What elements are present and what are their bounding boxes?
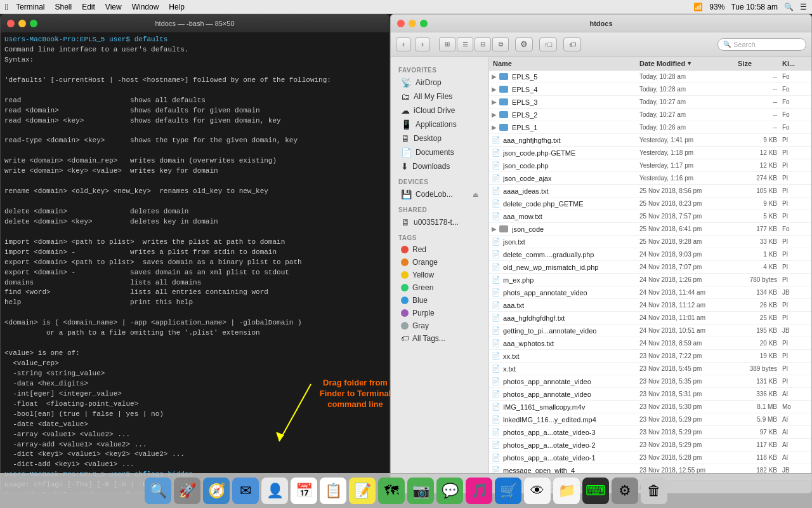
menu-terminal[interactable]: Terminal — [16, 3, 44, 11]
sidebar-tag-orange[interactable]: Orange — [393, 256, 486, 269]
dock-calendar[interactable]: 📅 — [291, 478, 317, 504]
table-row[interactable]: 📄 photos_app_a...otate_video-1 23 Nov 20… — [489, 451, 811, 464]
dock-filezilla[interactable]: 📁 — [553, 478, 580, 504]
sidebar-item-desktop[interactable]: 🖥 Desktop — [393, 131, 486, 145]
table-row[interactable]: 📄 photos_app_annotate_video 23 Nov 2018,… — [489, 375, 811, 388]
search-icon[interactable]: 🔍 — [784, 3, 794, 11]
table-row[interactable]: 📄 phots_app_annotate_video 24 Nov 2018, … — [489, 286, 811, 299]
finder-minimize-button[interactable] — [409, 20, 416, 27]
sidebar-item-shared[interactable]: 🖥 u0035178-t... — [393, 215, 486, 229]
menu-view[interactable]: View — [105, 3, 122, 11]
table-row[interactable]: 📄 photos_app_a...otate_video-3 23 Nov 20… — [489, 426, 811, 439]
sidebar-tag-purple[interactable]: Purple — [393, 307, 486, 319]
column-view-button[interactable]: ⊟ — [475, 37, 491, 51]
table-row[interactable]: 📄 aaa_hgfdhgfdhgf.txt 24 Nov 2018, 11:01… — [489, 312, 811, 324]
sidebar-item-applications[interactable]: 📱 Applications — [393, 117, 486, 131]
cover-flow-button[interactable]: ⧉ — [492, 37, 509, 51]
menu-edit[interactable]: Edit — [82, 3, 95, 11]
sidebar-tag-green[interactable]: Green — [393, 281, 486, 294]
table-row[interactable]: 📄 json_code.php-GETME Yesterday, 1:18 pm… — [489, 147, 811, 159]
dock-terminal[interactable]: ⌨ — [582, 478, 609, 504]
table-row[interactable]: 📄 delete_comm....gradually.php 24 Nov 20… — [489, 248, 811, 261]
sidebar-tag-yellow[interactable]: Yellow — [393, 269, 486, 281]
sidebar-tag-gray[interactable]: Gray — [393, 319, 486, 332]
table-row[interactable]: ▶ EPLS_4 Today, 10:28 am -- Fo — [489, 83, 811, 96]
table-row[interactable]: 📄 photos_app_a...otate_video-2 23 Nov 20… — [489, 439, 811, 451]
table-row[interactable]: ▶ EPLS_2 Today, 10:27 am -- Fo — [489, 109, 811, 121]
table-row[interactable]: 📄 aaa_mow.txt 25 Nov 2018, 7:57 pm 5 KB … — [489, 210, 811, 223]
menu-help[interactable]: Help — [169, 3, 185, 11]
table-row[interactable]: 📄 aaa_wphotos.txt 24 Nov 2018, 8:59 am 2… — [489, 337, 811, 350]
table-row[interactable]: 📄 lnkedIMG_116...y_edited.mp4 23 Nov 201… — [489, 413, 811, 426]
dock-trash[interactable]: 🗑 — [641, 478, 667, 504]
table-row[interactable]: 📄 m_ex.php 24 Nov 2018, 1:26 pm 780 byte… — [489, 274, 811, 286]
sidebar-item-icloud[interactable]: ☁ iCloud Drive — [393, 104, 486, 117]
sidebar-item-airdrop[interactable]: 📡 AirDrop — [393, 76, 486, 90]
share-button[interactable]: ↑□ — [539, 37, 557, 51]
minimize-button[interactable] — [18, 20, 26, 27]
dock-appstore[interactable]: 🛒 — [495, 478, 521, 504]
dock-contacts[interactable]: 👤 — [261, 478, 288, 504]
table-row[interactable]: ▶ EPLS_1 Today, 10:26 am -- Fo — [489, 121, 811, 134]
dock-mail[interactable]: ✉ — [232, 478, 259, 504]
table-row[interactable]: 📄 aaaa_ideas.txt 25 Nov 2018, 8:56 pm 10… — [489, 185, 811, 197]
col-header-name[interactable]: Name — [489, 60, 637, 67]
eject-icon[interactable]: ⏏ — [473, 191, 478, 198]
table-row[interactable]: ▶ json_code 25 Nov 2018, 6:41 pm 177 KB … — [489, 223, 811, 236]
dock-launchpad[interactable]: 🚀 — [174, 478, 200, 504]
finder-maximize-button[interactable] — [420, 20, 428, 27]
dock-finder[interactable]: 🔍 — [145, 478, 171, 504]
forward-button[interactable]: › — [415, 37, 430, 51]
sidebar-tag-red[interactable]: Red — [393, 243, 486, 256]
table-row[interactable]: 📄 aaa_nghfjhgfhg.txt Yesterday, 1:41 pm … — [489, 134, 811, 147]
menu-window[interactable]: Window — [132, 3, 159, 11]
sidebar-tag-all-tags[interactable]: 🏷All Tags... — [393, 332, 486, 345]
apple-menu[interactable]:  — [5, 2, 8, 12]
dock-notes[interactable]: 📝 — [349, 478, 376, 504]
col-header-kind[interactable]: Ki... — [780, 60, 811, 67]
sidebar-item-documents[interactable]: 📄 Documents — [393, 145, 486, 159]
sidebar-item-downloads[interactable]: ⬇ Downloads — [393, 159, 486, 173]
table-row[interactable]: 📄 aaa.txt 24 Nov 2018, 11:12 am 26 KB Pl — [489, 299, 811, 312]
table-row[interactable]: 📄 xx.txt 23 Nov 2018, 7:22 pm 19 KB Pl — [489, 350, 811, 363]
close-button[interactable] — [7, 20, 15, 27]
dock-safari[interactable]: 🧭 — [203, 478, 230, 504]
dock-facetime[interactable]: 📷 — [407, 478, 434, 504]
dock-reminders[interactable]: 📋 — [320, 478, 346, 504]
terminal-content[interactable]: Users-MacBook-Pro:EPLS_5 user$ defaults … — [1, 32, 389, 493]
sidebar-item-all-my-files[interactable]: 🗂 All My Files — [393, 90, 486, 104]
dock-messages[interactable]: 💬 — [436, 478, 463, 504]
table-row[interactable]: 📄 getting_to_pi...annotate_video 24 Nov … — [489, 324, 811, 337]
table-row[interactable]: ▶ EPLS_3 Today, 10:27 am -- Fo — [489, 96, 811, 109]
finder-close-button[interactable] — [397, 20, 405, 27]
table-row[interactable]: 📄 photos_app_annotate_video 23 Nov 2018,… — [489, 388, 811, 401]
search-field[interactable]: 🔍 Search — [717, 38, 806, 51]
col-header-date[interactable]: Date Modified ▼ — [637, 60, 735, 67]
icon-view-button[interactable]: ⊞ — [439, 37, 455, 51]
file-size: 12 KB — [735, 149, 780, 156]
maximize-button[interactable] — [30, 20, 37, 27]
menu-shell[interactable]: Shell — [55, 3, 72, 11]
table-row[interactable]: 📄 json_code_ajax Yesterday, 1:16 pm 274 … — [489, 172, 811, 185]
action-button[interactable]: ⚙ — [515, 37, 533, 51]
col-header-size[interactable]: Size — [735, 60, 780, 67]
tags-button[interactable]: 🏷 — [563, 37, 581, 51]
dock-itunes[interactable]: 🎵 — [466, 478, 492, 504]
table-row[interactable]: 📄 json.txt 25 Nov 2018, 9:28 am 33 KB Pl — [489, 236, 811, 248]
list-view-button[interactable]: ☰ — [457, 37, 473, 51]
table-row[interactable]: 📄 json_code.php Yesterday, 1:17 pm 12 KB… — [489, 159, 811, 172]
dock-system-prefs[interactable]: ⚙ — [612, 478, 638, 504]
sidebar-tag-blue[interactable]: Blue — [393, 294, 486, 307]
sidebar-item-codelobster[interactable]: 💾 CodeLob... ⏏ — [393, 187, 486, 201]
dock-maps[interactable]: 🗺 — [378, 478, 405, 504]
back-button[interactable]: ‹ — [396, 37, 411, 51]
file-kind: Pl — [780, 352, 811, 359]
table-row[interactable]: ▶ EPLS_5 Today, 10:28 am -- Fo — [489, 70, 811, 83]
file-size: 8.1 MB — [735, 403, 780, 410]
table-row[interactable]: 📄 IMG_1161_smallcopy.m4v 23 Nov 2018, 5:… — [489, 401, 811, 413]
table-row[interactable]: 📄 old_new_wp_mismatch_id.php 24 Nov 2018… — [489, 261, 811, 274]
list-icon[interactable]: ☰ — [800, 3, 807, 11]
dock-preview[interactable]: 👁 — [524, 478, 551, 504]
table-row[interactable]: 📄 x.txt 23 Nov 2018, 5:45 pm 389 bytes P… — [489, 363, 811, 375]
table-row[interactable]: 📄 delete_code.php_GETME 25 Nov 2018, 8:2… — [489, 197, 811, 210]
